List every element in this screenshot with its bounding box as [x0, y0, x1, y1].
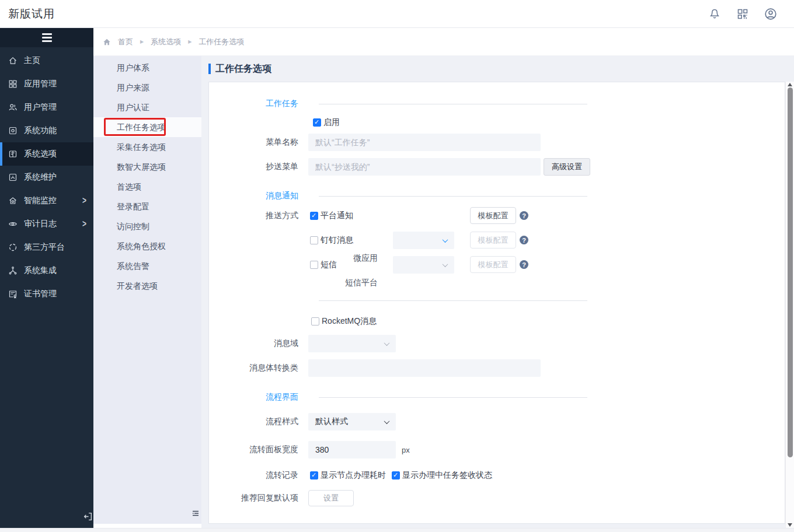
sidebar-item-user-management[interactable]: 用户管理 — [0, 96, 93, 119]
flow-style-row: 流程样式 默认样式 — [209, 413, 785, 430]
show-sign-status-checkbox-item[interactable]: 显示办理中任务签收状态 — [392, 470, 492, 481]
enable-checkbox-item[interactable]: 启用 — [313, 117, 340, 128]
submenu-item-user-auth[interactable]: 用户认证 — [93, 97, 201, 117]
breadcrumb-item-system-options[interactable]: 系统选项 — [151, 37, 181, 47]
flow-style-label: 流程样式 — [209, 416, 308, 427]
sms-checkbox[interactable] — [310, 261, 318, 269]
submenu-item-big-screen-options[interactable]: 数智大屏选项 — [93, 157, 201, 177]
sidebar-item-third-party[interactable]: 第三方平台 — [0, 236, 93, 259]
recommend-reply-label: 推荐回复默认项 — [209, 493, 308, 503]
sidebar-item-label: 应用管理 — [24, 79, 57, 89]
checkbox-label: 短信 — [321, 260, 337, 270]
qr-code-icon[interactable] — [736, 7, 750, 21]
menu-name-input[interactable] — [308, 134, 541, 151]
scroll-up-arrow-icon[interactable] — [788, 83, 792, 86]
checkbox-label: 启用 — [323, 117, 340, 128]
message-converter-row: 消息体转换类 — [209, 359, 785, 377]
flow-style-select[interactable]: 默认样式 — [308, 413, 396, 430]
checkbox-label: 钉钉消息 — [321, 235, 353, 246]
recommend-reply-set-button[interactable]: 设置 — [308, 490, 354, 506]
micro-app-select[interactable] — [393, 232, 454, 249]
user-avatar-icon[interactable] — [764, 7, 778, 21]
submenu-item-role-authorization[interactable]: 系统角色授权 — [93, 236, 201, 256]
sidebar-item-system-functions[interactable]: 系统功能 — [0, 119, 93, 142]
integration-icon — [8, 266, 18, 275]
page-title: 工作任务选项 — [215, 63, 271, 75]
horizontal-scrollbar[interactable] — [0, 528, 794, 532]
system-maintenance-icon — [8, 173, 18, 182]
show-node-time-checkbox-item[interactable]: 显示节点办理耗时 — [310, 470, 386, 481]
help-icon[interactable]: ? — [520, 260, 528, 269]
chevron-down-icon — [443, 261, 448, 267]
submenu-item-user-system[interactable]: 用户体系 — [93, 58, 201, 78]
sidebar-item-label: 证书管理 — [24, 289, 57, 299]
dingtalk-checkbox[interactable] — [310, 236, 318, 244]
page-title-bar: 工作任务选项 — [201, 56, 794, 82]
main-content: 工作任务选项 工作任务 启用 菜单名称 抄送菜单 高级设置 消息通知 — [201, 56, 794, 528]
platform-notify-checkbox-item[interactable]: 平台通知 — [310, 207, 587, 225]
rocketmq-row: RocketMQ消息 — [209, 315, 785, 328]
flow-record-row: 流转记录 显示节点办理耗时 显示办理中任务签收状态 — [209, 469, 785, 482]
sidebar-item-label: 系统维护 — [24, 172, 57, 183]
sidebar-item-system-options[interactable]: 系统选项 — [0, 142, 93, 166]
monitor-icon — [8, 196, 18, 205]
sidebar-item-app-management[interactable]: 应用管理 — [0, 72, 93, 96]
section-work-task: 工作任务 — [209, 97, 785, 110]
vertical-scrollbar-thumb[interactable] — [788, 88, 793, 457]
sidebar-item-smart-monitoring[interactable]: 智能监控 > — [0, 189, 93, 212]
submenu-item-collect-task-options[interactable]: 采集任务选项 — [93, 137, 201, 157]
message-domain-select[interactable] — [308, 335, 396, 352]
sidebar-item-audit-logs[interactable]: 审计日志 > — [0, 212, 93, 236]
sidebar-item-system-integration[interactable]: 系统集成 — [0, 259, 93, 282]
submenu-item-work-task-options[interactable]: 工作任务选项 — [93, 117, 201, 137]
submenu-item-system-alerts[interactable]: 系统告警 — [93, 256, 201, 276]
vertical-scrollbar[interactable] — [785, 82, 794, 528]
home-icon — [8, 56, 18, 65]
enable-row: 启用 — [209, 116, 785, 129]
show-node-time-checkbox[interactable] — [310, 471, 318, 480]
flow-record-label: 流转记录 — [209, 470, 308, 481]
help-icon[interactable]: ? — [520, 211, 528, 220]
enable-checkbox[interactable] — [313, 118, 321, 127]
show-sign-status-checkbox[interactable] — [392, 471, 400, 480]
rocketmq-checkbox-item[interactable]: RocketMQ消息 — [311, 316, 377, 327]
advanced-settings-button[interactable]: 高级设置 — [544, 158, 590, 176]
submenu-collapse-icon[interactable] — [191, 509, 200, 518]
app-logo: 新版试用 — [8, 6, 55, 22]
section-divider — [319, 196, 587, 197]
message-converter-input[interactable] — [308, 359, 541, 377]
sidebar-exit-collapse-icon[interactable] — [83, 512, 93, 522]
platform-notify-checkbox[interactable] — [310, 212, 318, 220]
push-mode-label: 推送方式 — [209, 211, 308, 221]
eye-icon — [8, 219, 18, 229]
system-options-icon — [8, 149, 18, 159]
sidebar-item-system-maintenance[interactable]: 系统维护 — [0, 166, 93, 189]
submenu-item-developer-options[interactable]: 开发者选项 — [93, 276, 201, 296]
sms-template-config-button[interactable]: 模板配置 — [470, 256, 516, 273]
cc-menu-input[interactable] — [308, 158, 541, 176]
breadcrumb: 首页 ▶ 系统选项 ▶ 工作任务选项 — [103, 37, 244, 47]
rocketmq-checkbox[interactable] — [311, 317, 319, 326]
breadcrumb-item-current: 工作任务选项 — [198, 37, 244, 47]
section-title: 流程界面 — [209, 392, 308, 402]
submenu-item-login-config[interactable]: 登录配置 — [93, 197, 201, 216]
submenu-item-preferences[interactable]: 首选项 — [93, 177, 201, 197]
sidebar-item-home[interactable]: 主页 — [0, 49, 93, 72]
notification-bell-icon[interactable] — [708, 7, 722, 21]
sidebar-collapse-toggle[interactable] — [0, 28, 93, 47]
dingtalk-template-config-button[interactable]: 模板配置 — [470, 232, 516, 249]
panel-width-label: 流转面板宽度 — [209, 444, 308, 455]
sidebar-item-certificate-management[interactable]: 证书管理 — [0, 282, 93, 306]
scroll-down-arrow-icon[interactable] — [788, 523, 792, 527]
hamburger-icon — [42, 33, 52, 42]
message-converter-label: 消息体转换类 — [209, 363, 308, 373]
platform-template-config-button[interactable]: 模板配置 — [470, 207, 516, 224]
breadcrumb-home-icon[interactable] — [103, 38, 111, 46]
help-icon[interactable]: ? — [520, 236, 528, 244]
submenu-item-user-source[interactable]: 用户来源 — [93, 78, 201, 97]
panel-width-input[interactable] — [308, 441, 396, 459]
sms-platform-select[interactable] — [393, 256, 454, 274]
breadcrumb-item-home[interactable]: 首页 — [118, 37, 133, 47]
message-domain-label: 消息域 — [209, 338, 308, 349]
submenu-item-access-control[interactable]: 访问控制 — [93, 216, 201, 236]
